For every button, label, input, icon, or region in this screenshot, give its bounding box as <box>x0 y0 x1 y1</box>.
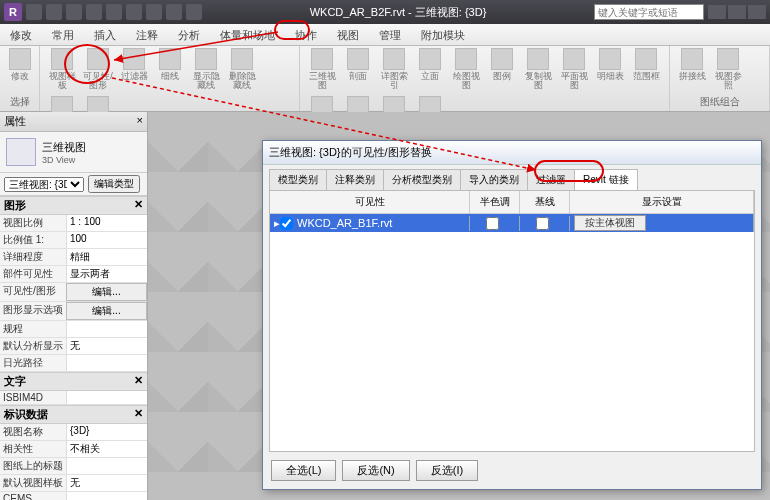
close-button[interactable] <box>748 5 766 19</box>
ribbon-button[interactable]: 图例 <box>486 48 518 92</box>
qat-undo-icon[interactable] <box>66 4 82 20</box>
ribbon-button-label: 绘图视图 <box>450 72 482 90</box>
maximize-button[interactable] <box>728 5 746 19</box>
qat-redo-icon[interactable] <box>86 4 102 20</box>
ribbon-button[interactable]: 细线 <box>154 48 186 92</box>
ribbon-tab-0[interactable]: 修改 <box>0 24 42 45</box>
qat-measure-icon[interactable] <box>146 4 162 20</box>
ribbon-button-icon <box>563 48 585 70</box>
ribbon-button[interactable]: 复制视图 <box>522 48 554 92</box>
qat-save-icon[interactable] <box>46 4 62 20</box>
prop-value[interactable]: 无 <box>66 475 147 491</box>
prop-section-header[interactable]: 标识数据✕ <box>0 405 147 424</box>
properties-close-icon[interactable]: × <box>137 114 143 129</box>
ribbon-button[interactable]: 修改 <box>6 48 33 92</box>
ribbon-tab-2[interactable]: 插入 <box>84 24 126 45</box>
prop-value[interactable] <box>66 355 147 371</box>
prop-row: 图纸上的标题 <box>0 458 147 475</box>
ribbon-tab-6[interactable]: 协作 <box>285 24 327 45</box>
minimize-button[interactable] <box>708 5 726 19</box>
qat-more-icon[interactable] <box>186 4 202 20</box>
ribbon-tab-4[interactable]: 分析 <box>168 24 210 45</box>
ribbon-tab-7[interactable]: 视图 <box>327 24 369 45</box>
help-search-input[interactable] <box>594 4 704 20</box>
display-settings-button[interactable]: 按主体视图 <box>574 215 646 231</box>
properties-type-selector[interactable]: 三维视图 3D View <box>0 132 147 173</box>
instance-selector[interactable]: 三维视图: {3D} <box>4 177 84 192</box>
ribbon-button[interactable]: 视图样板 <box>46 48 78 92</box>
prop-value[interactable] <box>66 391 147 404</box>
prop-value[interactable] <box>66 458 147 474</box>
ribbon-tab-3[interactable]: 注释 <box>126 24 168 45</box>
dialog-tab-3[interactable]: 导入的类别 <box>460 169 528 190</box>
qat-sync-icon[interactable] <box>126 4 142 20</box>
ribbon-button[interactable]: 绘图视图 <box>450 48 482 92</box>
ribbon-button[interactable]: 平面视图 <box>558 48 590 92</box>
prop-section-header[interactable]: 图形✕ <box>0 196 147 215</box>
link-underlay-cell[interactable] <box>520 216 570 231</box>
window-buttons <box>708 5 766 19</box>
ribbon-button[interactable]: 过滤器 <box>118 48 150 92</box>
prop-key: 图形显示选项 <box>0 302 66 320</box>
ribbon-button-label: 剖面 <box>349 72 367 81</box>
ribbon-button-icon <box>51 48 73 70</box>
visibility-graphics-dialog: 三维视图: {3D}的可见性/图形替换 模型类别注释类别分析模型类别导入的类别过… <box>262 140 762 490</box>
prop-value[interactable] <box>66 492 147 500</box>
prop-value[interactable]: 显示两者 <box>66 266 147 282</box>
dialog-tab-4[interactable]: 过滤器 <box>527 169 575 190</box>
ribbon-button[interactable]: 详图索引 <box>378 48 410 92</box>
underlay-checkbox[interactable] <box>536 217 549 230</box>
ribbon-button[interactable]: 明细表 <box>594 48 626 92</box>
prop-value[interactable]: 100 <box>66 232 147 248</box>
prop-value[interactable]: 编辑... <box>66 283 147 301</box>
links-grid-header: 可见性 半色调 基线 显示设置 <box>270 191 754 214</box>
ribbon-button[interactable]: 三维视图 <box>306 48 338 92</box>
prop-value[interactable]: 编辑... <box>66 302 147 320</box>
halftone-checkbox[interactable] <box>486 217 499 230</box>
qat-print-icon[interactable] <box>106 4 122 20</box>
view-cube-icon <box>6 138 36 166</box>
dialog-tab-1[interactable]: 注释类别 <box>326 169 384 190</box>
edit-type-button[interactable]: 编辑类型 <box>88 175 140 193</box>
ribbon-button[interactable]: 删除隐藏线 <box>226 48 258 92</box>
dialog-tab-0[interactable]: 模型类别 <box>269 169 327 190</box>
ribbon-button[interactable]: 可见性/图形 <box>82 48 114 92</box>
link-display-cell[interactable]: 按主体视图 <box>570 214 754 232</box>
ribbon-button[interactable]: 显示隐藏线 <box>190 48 222 92</box>
link-halftone-cell[interactable] <box>470 216 520 231</box>
invert-button[interactable]: 反选(I) <box>416 460 478 481</box>
ribbon-button[interactable]: 剖面 <box>342 48 374 92</box>
qat-open-icon[interactable] <box>26 4 42 20</box>
ribbon-button[interactable]: 视图参照 <box>712 48 744 92</box>
link-row[interactable]: ▸ WKCD_AR_B1F.rvt 按主体视图 <box>270 214 754 232</box>
prop-value[interactable]: 不相关 <box>66 441 147 457</box>
prop-key: 可见性/图形 <box>0 283 66 301</box>
dialog-tab-2[interactable]: 分析模型类别 <box>383 169 461 190</box>
prop-value[interactable]: 无 <box>66 338 147 354</box>
ribbon-button[interactable]: 范围框 <box>630 48 662 92</box>
prop-section-header[interactable]: 文字✕ <box>0 372 147 391</box>
ribbon-button-icon <box>455 48 477 70</box>
link-visibility-checkbox[interactable] <box>280 217 293 230</box>
ribbon-tab-9[interactable]: 附加模块 <box>411 24 475 45</box>
ribbon-tab-8[interactable]: 管理 <box>369 24 411 45</box>
prop-row: 可见性/图形编辑... <box>0 283 147 302</box>
prop-value[interactable]: 精细 <box>66 249 147 265</box>
prop-row: 视图名称{3D} <box>0 424 147 441</box>
ribbon-tab-1[interactable]: 常用 <box>42 24 84 45</box>
ribbon-button-label: 立面 <box>421 72 439 81</box>
ribbon-tab-5[interactable]: 体量和场地 <box>210 24 285 45</box>
prop-value[interactable]: 1 : 100 <box>66 215 147 231</box>
prop-value[interactable] <box>66 321 147 337</box>
dialog-tab-5[interactable]: Revit 链接 <box>574 169 638 190</box>
title-bar: R WKCD_AR_B2F.rvt - 三维视图: {3D} <box>0 0 770 24</box>
prop-value[interactable]: {3D} <box>66 424 147 440</box>
type-sub: 3D View <box>42 155 86 165</box>
ribbon-button[interactable]: 拼接线 <box>676 48 708 92</box>
select-none-button[interactable]: 反选(N) <box>342 460 409 481</box>
qat-text-icon[interactable] <box>166 4 182 20</box>
select-all-button[interactable]: 全选(L) <box>271 460 336 481</box>
link-visibility-cell[interactable]: ▸ WKCD_AR_B1F.rvt <box>270 216 470 231</box>
ribbon-button[interactable]: 立面 <box>414 48 446 92</box>
ribbon-button-label: 显示隐藏线 <box>190 72 222 90</box>
